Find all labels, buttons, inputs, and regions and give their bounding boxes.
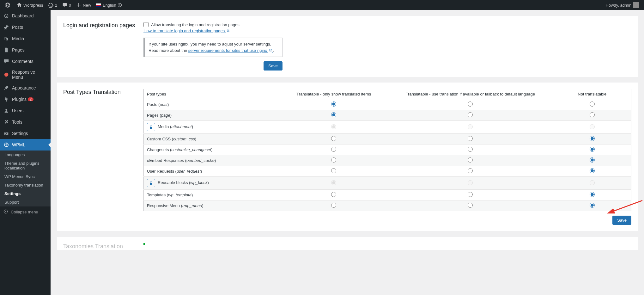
language-label: English: [103, 3, 116, 8]
sidebar-item-posts[interactable]: Posts: [0, 22, 51, 33]
dashboard-icon: [3, 13, 9, 19]
plugins-badge: 2: [28, 97, 33, 101]
save-login-button[interactable]: Save: [264, 61, 283, 71]
comments-bubble[interactable]: 0: [60, 0, 74, 10]
table-row: Responsive Menu (rmp_menu): [144, 200, 631, 211]
sidebar-item-comments[interactable]: Comments: [0, 56, 51, 67]
sidebar-item-responsive-menu[interactable]: Responsive Menu: [0, 67, 51, 82]
radio-translatable[interactable]: [331, 203, 336, 208]
radio-not-translatable[interactable]: [590, 203, 595, 208]
external-icon: [269, 47, 272, 51]
radio-fallback[interactable]: [468, 101, 473, 107]
post-types-heading: Post Types Translation: [63, 89, 143, 95]
radio-translatable[interactable]: [331, 112, 336, 117]
th-fallback: Translatable - use translation if availa…: [387, 89, 553, 99]
radio-not-translatable[interactable]: [590, 192, 595, 197]
sidebar-item-pages[interactable]: Pages: [0, 44, 51, 56]
radio-fallback[interactable]: [468, 136, 473, 141]
user-greeting[interactable]: Howdy, admin: [603, 0, 641, 10]
post-type-name: Changesets (customize_changeset): [144, 144, 280, 155]
submenu-menus-sync[interactable]: WP Menus Sync: [0, 172, 51, 181]
sidebar-item-tools[interactable]: Tools: [0, 116, 51, 128]
language-switcher[interactable]: English ?: [94, 0, 126, 10]
radio-fallback[interactable]: [468, 180, 473, 185]
radio-translatable[interactable]: [331, 157, 336, 163]
post-type-name: Responsive Menu (rmp_menu): [144, 200, 280, 211]
sidebar-item-label: Users: [12, 108, 24, 113]
radio-translatable[interactable]: [331, 192, 336, 197]
radio-translatable[interactable]: [331, 168, 336, 173]
radio-not-translatable[interactable]: [590, 136, 595, 141]
sidebar-item-label: Tools: [12, 120, 22, 125]
radio-fallback[interactable]: [468, 168, 473, 173]
sidebar-item-appearance[interactable]: Appearance: [0, 82, 51, 94]
submenu-theme-plugins[interactable]: Theme and plugins localization: [0, 159, 51, 172]
radio-fallback[interactable]: [468, 192, 473, 197]
nginx-link[interactable]: server requirements for sites that use n…: [188, 48, 273, 53]
lock-icon[interactable]: [147, 179, 155, 187]
sidebar-item-media[interactable]: Media: [0, 33, 51, 44]
submenu-taxonomy[interactable]: Taxonomy translation: [0, 181, 51, 189]
radio-fallback[interactable]: [468, 157, 473, 163]
post-type-name: Media (attachment): [144, 121, 280, 134]
new-label: New: [83, 3, 91, 8]
th-translatable: Translatable - only show translated item…: [280, 89, 387, 99]
tools-icon: [3, 119, 9, 125]
th-not-translatable: Not translatable: [553, 89, 631, 99]
login-registration-panel: Login and registration pages Allow trans…: [57, 16, 638, 77]
post-types-panel: Post Types Translation Post types Transl…: [57, 83, 638, 231]
sidebar-item-dashboard[interactable]: Dashboard: [0, 10, 51, 22]
radio-translatable[interactable]: [331, 147, 336, 152]
lock-icon[interactable]: [147, 123, 155, 131]
radio-translatable[interactable]: [331, 136, 336, 141]
new-content[interactable]: New: [74, 0, 94, 10]
allow-translate-login-checkbox[interactable]: [143, 22, 149, 27]
site-name[interactable]: Wordpress: [14, 0, 46, 10]
post-type-name: Pages (page): [144, 110, 280, 121]
radio-not-translatable[interactable]: [590, 180, 595, 185]
sidebar-item-plugins[interactable]: Plugins 2: [0, 94, 51, 105]
sliders-icon: [3, 130, 9, 137]
radio-fallback[interactable]: [468, 203, 473, 208]
login-registration-heading: Login and registration pages: [63, 22, 143, 29]
radio-not-translatable[interactable]: [590, 124, 595, 129]
sidebar-item-label: Media: [12, 36, 24, 41]
svg-point-3: [5, 109, 7, 111]
radio-not-translatable[interactable]: [590, 112, 595, 117]
collapse-menu[interactable]: Collapse menu: [0, 206, 51, 218]
updates-count: 2: [55, 3, 57, 8]
radio-not-translatable[interactable]: [590, 147, 595, 152]
radio-fallback[interactable]: [468, 124, 473, 129]
table-row: oEmbed Responses (oembed_cache): [144, 155, 631, 166]
comments-count: 0: [69, 3, 71, 8]
save-post-types-button[interactable]: Save: [612, 216, 631, 225]
sidebar-item-wpml[interactable]: WPML: [0, 139, 51, 151]
howto-link[interactable]: How to translate login and registration …: [143, 28, 230, 33]
radio-fallback[interactable]: [468, 112, 473, 117]
table-row: Pages (page): [144, 110, 631, 121]
collapse-icon: [3, 209, 8, 215]
radio-not-translatable[interactable]: [590, 157, 595, 163]
radio-translatable[interactable]: [331, 101, 336, 107]
submenu-languages[interactable]: Languages: [0, 151, 51, 159]
sidebar-item-label: Pages: [12, 47, 25, 52]
post-type-name: User Requests (user_request): [144, 166, 280, 177]
site-name-label: Wordpress: [23, 3, 43, 8]
sidebar-item-label: Responsive Menu: [12, 70, 47, 80]
wp-logo[interactable]: [3, 0, 14, 10]
updates[interactable]: 2: [46, 0, 60, 10]
sidebar-item-label: Dashboard: [12, 13, 34, 18]
radio-not-translatable[interactable]: [590, 168, 595, 173]
sidebar-item-users[interactable]: Users: [0, 105, 51, 116]
radio-not-translatable[interactable]: [590, 101, 595, 107]
radio-translatable[interactable]: [331, 180, 336, 185]
radio-fallback[interactable]: [468, 147, 473, 152]
home-icon: [17, 3, 22, 8]
comment-icon: [62, 3, 67, 8]
table-row: Changesets (customize_changeset): [144, 144, 631, 155]
sidebar-item-settings[interactable]: Settings: [0, 128, 51, 139]
sidebar-item-label: Comments: [12, 59, 33, 64]
submenu-settings[interactable]: Settings: [0, 189, 51, 198]
submenu-support[interactable]: Support: [0, 198, 51, 206]
radio-translatable[interactable]: [331, 124, 336, 129]
